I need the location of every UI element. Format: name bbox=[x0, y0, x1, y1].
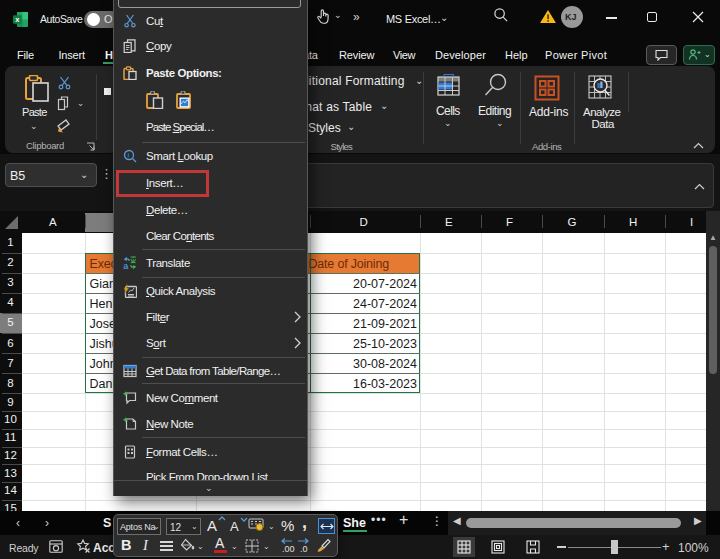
svg-text:i: i bbox=[128, 151, 130, 158]
svg-text:a: a bbox=[123, 261, 129, 270]
